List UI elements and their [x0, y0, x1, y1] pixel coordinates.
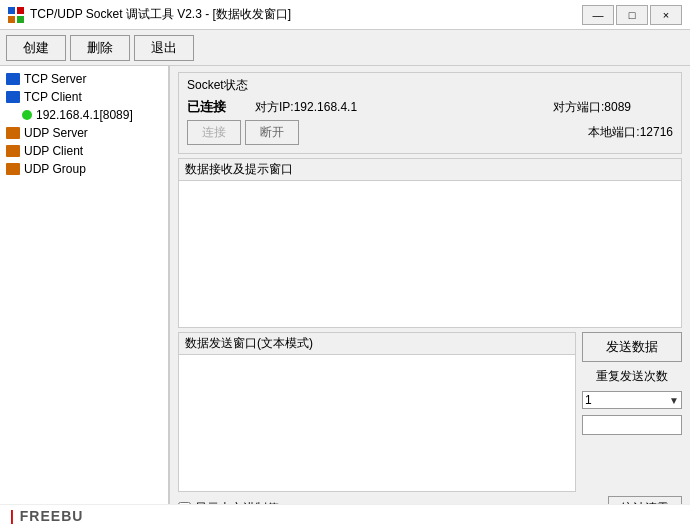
- svg-rect-1: [17, 7, 24, 14]
- udp-group-label: UDP Group: [24, 162, 86, 176]
- title-bar-left: TCP/UDP Socket 调试工具 V2.3 - [数据收发窗口]: [8, 6, 291, 23]
- close-button[interactable]: ×: [650, 5, 682, 25]
- udp-client-label: UDP Client: [24, 144, 83, 158]
- sidebar-item-tcp-server[interactable]: TCP Server: [2, 70, 166, 88]
- sidebar: TCP Server TCP Client 192.168.4.1[8089] …: [0, 66, 170, 526]
- title-bar-controls: — □ ×: [582, 5, 682, 25]
- right-content: Socket状态 已连接 对方IP:192.168.4.1 对方端口:8089 …: [170, 66, 690, 526]
- recv-section: 数据接收及提示窗口: [178, 158, 682, 328]
- watermark-icon: |: [10, 508, 15, 524]
- watermark-text: | FREEBU: [10, 508, 83, 524]
- repeat-select-wrapper: 1 2 3 5 10 100 ▼: [582, 391, 682, 409]
- send-section-title: 数据发送窗口(文本模式): [179, 333, 575, 355]
- watermark-brand: FREEBU: [20, 508, 84, 524]
- connection-status-text: 已连接: [187, 98, 247, 116]
- delete-button[interactable]: 删除: [70, 35, 130, 61]
- tcp-connection-label: 192.168.4.1[8089]: [36, 108, 133, 122]
- window-title: TCP/UDP Socket 调试工具 V2.3 - [数据收发窗口]: [30, 6, 291, 23]
- udp-group-icon: [6, 163, 20, 175]
- remote-port: 对方端口:8089: [553, 99, 673, 116]
- main-container: TCP Server TCP Client 192.168.4.1[8089] …: [0, 66, 690, 526]
- sidebar-item-tcp-client[interactable]: TCP Client: [2, 88, 166, 106]
- udp-server-icon: [6, 127, 20, 139]
- disconnect-button[interactable]: 断开: [245, 120, 299, 145]
- send-right: 发送数据 重复发送次数 1 2 3 5 10 100 ▼: [582, 332, 682, 492]
- sidebar-item-udp-client[interactable]: UDP Client: [2, 142, 166, 160]
- status-row-main: 已连接 对方IP:192.168.4.1 对方端口:8089: [187, 98, 673, 116]
- connect-button[interactable]: 连接: [187, 120, 241, 145]
- udp-server-label: UDP Server: [24, 126, 88, 140]
- local-port: 本地端口:12716: [588, 124, 673, 141]
- sidebar-item-udp-server[interactable]: UDP Server: [2, 124, 166, 142]
- tcp-client-icon: [6, 91, 20, 103]
- repeat-select[interactable]: 1 2 3 5 10 100: [585, 393, 679, 407]
- recv-textarea[interactable]: [179, 181, 681, 327]
- repeat-count-input[interactable]: [582, 415, 682, 435]
- svg-rect-0: [8, 7, 15, 14]
- repeat-label: 重复发送次数: [582, 368, 682, 385]
- app-icon: [8, 7, 24, 23]
- connection-status-indicator: [22, 110, 32, 120]
- minimize-button[interactable]: —: [582, 5, 614, 25]
- maximize-button[interactable]: □: [616, 5, 648, 25]
- svg-rect-2: [8, 16, 15, 23]
- socket-status-section: Socket状态 已连接 对方IP:192.168.4.1 对方端口:8089 …: [178, 72, 682, 154]
- tcp-client-label: TCP Client: [24, 90, 82, 104]
- tcp-server-icon: [6, 73, 20, 85]
- toolbar: 创建 删除 退出: [0, 30, 690, 66]
- sidebar-item-udp-group[interactable]: UDP Group: [2, 160, 166, 178]
- status-row-buttons: 连接 断开 本地端口:12716: [187, 120, 673, 145]
- socket-status-title: Socket状态: [187, 77, 673, 94]
- svg-rect-3: [17, 16, 24, 23]
- exit-button[interactable]: 退出: [134, 35, 194, 61]
- sidebar-item-tcp-connection[interactable]: 192.168.4.1[8089]: [2, 106, 166, 124]
- send-data-button[interactable]: 发送数据: [582, 332, 682, 362]
- status-buttons: 连接 断开: [187, 120, 299, 145]
- send-left: 数据发送窗口(文本模式): [178, 332, 576, 492]
- create-button[interactable]: 创建: [6, 35, 66, 61]
- recv-section-title: 数据接收及提示窗口: [179, 159, 681, 181]
- remote-ip: 对方IP:192.168.4.1: [255, 99, 545, 116]
- watermark: | FREEBU: [0, 504, 690, 526]
- title-bar: TCP/UDP Socket 调试工具 V2.3 - [数据收发窗口] — □ …: [0, 0, 690, 30]
- send-area: 数据发送窗口(文本模式) 发送数据 重复发送次数 1 2 3 5 10 100 …: [178, 332, 682, 492]
- send-textarea[interactable]: [179, 355, 575, 491]
- udp-client-icon: [6, 145, 20, 157]
- tcp-server-label: TCP Server: [24, 72, 86, 86]
